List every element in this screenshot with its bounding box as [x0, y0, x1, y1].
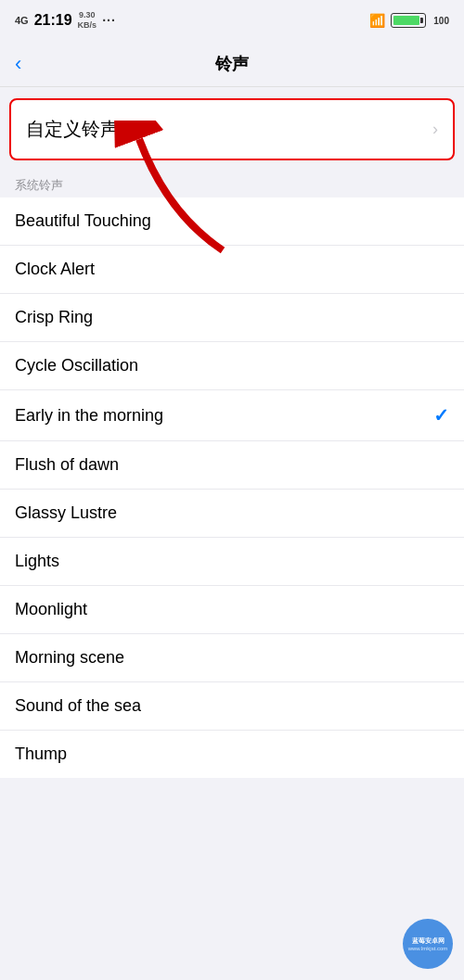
- page-title: 铃声: [215, 53, 249, 75]
- network-speed: 9.30KB/s: [78, 10, 97, 31]
- status-dots: ···: [102, 13, 116, 28]
- custom-ringtone-row[interactable]: 自定义铃声 ›: [11, 100, 453, 159]
- ringtone-name: Sound of the sea: [15, 696, 141, 716]
- ringtone-name: Early in the morning: [15, 406, 163, 426]
- list-item[interactable]: Sound of the sea: [0, 682, 464, 731]
- chevron-right-icon: ›: [432, 120, 438, 139]
- ringtone-name: Cycle Oscillation: [15, 356, 138, 375]
- ringtone-name: Moonlight: [15, 600, 87, 619]
- ringtone-name: Glassy Lustre: [15, 503, 117, 523]
- network-indicator: 4G: [15, 15, 29, 26]
- section-label: 系统铃声: [0, 172, 464, 197]
- list-item[interactable]: Moonlight: [0, 586, 464, 634]
- selected-checkmark: ✓: [433, 404, 449, 426]
- list-item[interactable]: Clock Alert: [0, 246, 464, 294]
- ringtone-name: Crisp Ring: [15, 308, 93, 327]
- ringtone-list: Beautiful TouchingClock AlertCrisp RingC…: [0, 197, 464, 778]
- ringtone-name: Flush of dawn: [15, 455, 119, 475]
- list-item[interactable]: Thump: [0, 731, 464, 778]
- list-item[interactable]: Morning scene: [0, 634, 464, 682]
- status-time: 21:19: [34, 12, 72, 29]
- ringtone-name: Thump: [15, 745, 67, 764]
- ringtone-name: Clock Alert: [15, 260, 95, 279]
- list-item[interactable]: Glassy Lustre: [0, 490, 464, 538]
- battery-indicator: [391, 13, 426, 28]
- battery-tip: [420, 18, 423, 23]
- status-right: 📶 100: [369, 13, 449, 28]
- list-item[interactable]: Lights: [0, 538, 464, 586]
- ringtone-name: Beautiful Touching: [15, 211, 151, 231]
- wifi-icon: 📶: [369, 13, 385, 28]
- list-item[interactable]: Beautiful Touching: [0, 197, 464, 246]
- nav-bar: ‹ 铃声: [0, 41, 464, 87]
- back-button[interactable]: ‹: [15, 52, 21, 76]
- custom-ringtone-wrapper: 自定义铃声 ›: [9, 98, 455, 160]
- battery-fill: [393, 16, 419, 25]
- list-item[interactable]: Crisp Ring: [0, 294, 464, 342]
- status-bar: 4G 21:19 9.30KB/s ··· 📶 100: [0, 0, 464, 41]
- list-item[interactable]: Early in the morning✓: [0, 390, 464, 441]
- watermark: 蓝莓安卓网 www.lmkjst.com: [403, 919, 453, 969]
- ringtone-name: Morning scene: [15, 648, 124, 668]
- battery-label: 100: [433, 16, 449, 26]
- status-left: 4G 21:19 9.30KB/s ···: [15, 10, 116, 31]
- list-item[interactable]: Flush of dawn: [0, 441, 464, 490]
- watermark-sub: www.lmkjst.com: [408, 946, 448, 951]
- watermark-text: 蓝莓安卓网: [412, 936, 445, 945]
- ringtone-name: Lights: [15, 552, 59, 571]
- custom-ringtone-label: 自定义铃声: [26, 117, 119, 142]
- list-item[interactable]: Cycle Oscillation: [0, 342, 464, 390]
